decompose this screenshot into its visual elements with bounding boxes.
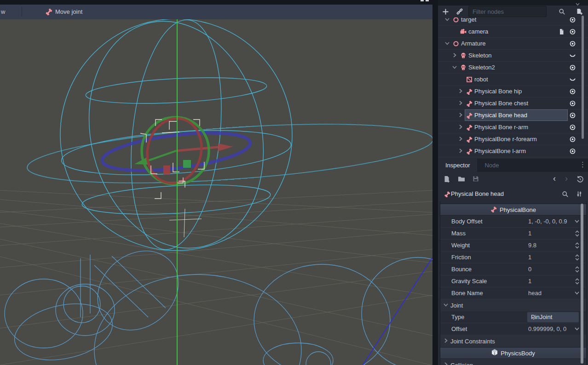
property-value[interactable]: 1 bbox=[528, 254, 531, 261]
history-back-button[interactable]: ‹ bbox=[553, 174, 556, 183]
spinner-updown-icon[interactable] bbox=[575, 242, 580, 250]
property-value[interactable]: 9.8 bbox=[528, 242, 536, 249]
row-badges bbox=[569, 100, 576, 108]
node-name: Physical Bone hip bbox=[474, 88, 522, 95]
property-value[interactable]: head bbox=[528, 290, 542, 297]
eye-icon[interactable] bbox=[569, 148, 576, 156]
group-joint[interactable]: Joint bbox=[440, 299, 586, 311]
history-forward-button[interactable]: › bbox=[565, 174, 568, 183]
group-collision[interactable]: Collision bbox=[440, 359, 586, 365]
property-label: Bone Name bbox=[451, 290, 483, 297]
spatial-icon bbox=[453, 17, 459, 24]
tree-row-target[interactable]: target bbox=[438, 17, 588, 26]
tree-row-physical-bone-r-arm[interactable]: Physical Bone r-arm bbox=[438, 121, 588, 133]
rotation-gizmo[interactable] bbox=[100, 113, 252, 189]
spinner-updown-icon[interactable] bbox=[575, 230, 580, 238]
row-badges bbox=[569, 64, 576, 72]
eye-icon[interactable] bbox=[569, 136, 576, 144]
node-name: PhysicalBone l-arm bbox=[474, 148, 526, 154]
chevron-down-icon[interactable] bbox=[574, 218, 580, 225]
property-label: Bounce bbox=[451, 266, 472, 273]
eye-icon[interactable] bbox=[569, 124, 576, 132]
property-value[interactable]: 1, -0, -0, 0, 0.9 bbox=[528, 218, 567, 225]
save-resource-icon[interactable] bbox=[473, 176, 479, 183]
object-history-icon[interactable] bbox=[576, 176, 584, 184]
tree-row-camera[interactable]: camera bbox=[438, 26, 588, 38]
property-value[interactable]: 1 bbox=[528, 278, 531, 285]
tree-row-skeleton2[interactable]: Skeleton2 bbox=[438, 62, 588, 74]
property-tools-icon[interactable] bbox=[576, 191, 582, 199]
script-icon[interactable] bbox=[559, 29, 565, 36]
eye-icon[interactable] bbox=[569, 88, 576, 96]
category-physicsbody[interactable]: PhysicsBody bbox=[440, 347, 586, 359]
node-name: Armature bbox=[461, 40, 485, 47]
tree-row-physical-bone-hip[interactable]: Physical Bone hip bbox=[438, 86, 588, 97]
expander-closed-icon[interactable] bbox=[458, 124, 463, 131]
category-label: PhysicalBone bbox=[500, 206, 536, 213]
property-row-offset: Offset0.999999, 0, 0 bbox=[440, 323, 586, 335]
clipped-tab-glyph bbox=[421, 0, 424, 1]
eye-closed-icon[interactable] bbox=[569, 76, 576, 84]
row-badges bbox=[569, 52, 576, 60]
expander-closed-icon[interactable] bbox=[452, 52, 457, 59]
expander-closed-icon[interactable] bbox=[458, 148, 463, 155]
tree-row-armature[interactable]: Armature bbox=[438, 38, 588, 50]
new-resource-icon[interactable] bbox=[444, 176, 450, 184]
eye-icon[interactable] bbox=[569, 40, 576, 48]
group-joint-constraints[interactable]: Joint Constraints bbox=[440, 335, 586, 347]
category-label: PhysicsBody bbox=[501, 350, 535, 357]
link-scene-icon[interactable] bbox=[455, 6, 465, 17]
property-value[interactable]: 1 bbox=[528, 230, 531, 237]
expander-closed-icon[interactable] bbox=[458, 88, 463, 95]
chevron-down-icon[interactable] bbox=[574, 326, 580, 333]
eye-icon[interactable] bbox=[569, 29, 576, 36]
viewport-3d[interactable] bbox=[0, 19, 432, 365]
expander-open-icon[interactable] bbox=[444, 40, 450, 47]
expander-open-icon[interactable] bbox=[444, 17, 450, 23]
tree-row-physicalbone-r-forearm[interactable]: PhysicalBone r-forearm bbox=[438, 133, 588, 145]
scene-tree-scrollbar[interactable] bbox=[582, 16, 584, 139]
tree-row-physical-bone-head[interactable]: Physical Bone head bbox=[438, 109, 588, 121]
property-value[interactable]: 0 bbox=[528, 266, 531, 273]
property-value[interactable]: 0.999999, 0, 0 bbox=[528, 325, 566, 332]
property-label: Weight bbox=[451, 242, 470, 249]
bone-icon bbox=[466, 148, 473, 156]
spinner-updown-icon[interactable] bbox=[575, 254, 580, 262]
clipped-menu-button[interactable]: w bbox=[1, 8, 5, 15]
tab-node[interactable]: Node bbox=[477, 159, 506, 172]
add-node-icon[interactable] bbox=[440, 6, 450, 17]
chevron-down-icon[interactable] bbox=[574, 290, 580, 297]
tree-row-physicalbone-l-arm[interactable]: PhysicalBone l-arm bbox=[438, 145, 588, 157]
eye-closed-icon[interactable] bbox=[569, 52, 576, 60]
inspector-dock: Inspector Node ⋮ ‹ › Physical Bone head … bbox=[438, 159, 588, 365]
spinner-updown-icon[interactable] bbox=[575, 278, 580, 286]
skeleton-icon bbox=[460, 52, 467, 60]
expander-closed-icon[interactable] bbox=[458, 136, 463, 143]
filter-nodes-input[interactable] bbox=[468, 6, 547, 17]
eye-icon[interactable] bbox=[569, 17, 576, 24]
scene-dock-toolbar bbox=[438, 6, 588, 17]
inspector-scrollbar[interactable] bbox=[581, 204, 583, 364]
eye-icon[interactable] bbox=[569, 100, 576, 108]
tab-inspector[interactable]: Inspector bbox=[438, 159, 477, 172]
z-axis-line bbox=[363, 257, 432, 365]
node-name: camera bbox=[468, 28, 488, 35]
bone-icon bbox=[45, 8, 52, 17]
search-icon bbox=[559, 8, 565, 17]
search-property-icon[interactable] bbox=[562, 191, 569, 199]
tree-row-skeleton[interactable]: Skeleton bbox=[438, 50, 588, 62]
load-resource-icon[interactable] bbox=[458, 176, 465, 183]
spinner-updown-icon[interactable] bbox=[575, 266, 580, 274]
option-button-type[interactable]: PinJoint bbox=[527, 312, 579, 322]
spatial-icon bbox=[453, 40, 459, 48]
eye-icon[interactable] bbox=[569, 64, 576, 72]
tree-row-robot[interactable]: robot bbox=[438, 74, 588, 86]
category-physicalbone[interactable]: PhysicalBone bbox=[440, 204, 586, 216]
expander-closed-icon[interactable] bbox=[458, 112, 463, 119]
expander-closed-icon[interactable] bbox=[458, 100, 463, 107]
dock-menu-icon[interactable]: ⋮ bbox=[579, 160, 586, 169]
tree-row-physical-bone-chest[interactable]: Physical Bone chest bbox=[438, 97, 588, 109]
expander-open-icon[interactable] bbox=[452, 64, 457, 71]
group-label: Collision bbox=[450, 362, 473, 365]
eye-icon[interactable] bbox=[569, 112, 576, 120]
